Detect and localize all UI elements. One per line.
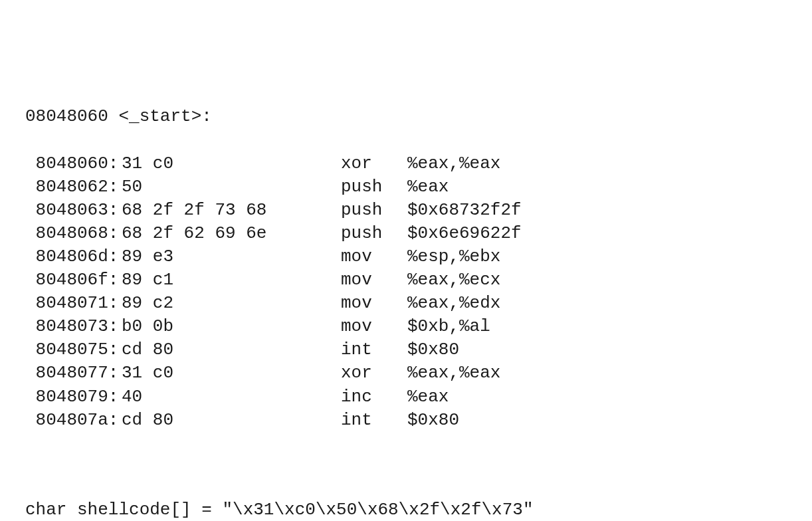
- address: 8048063:: [25, 199, 122, 222]
- shellcode-declaration: char shellcode[] = "\x31\xc0\x50\x68\x2f…: [25, 498, 812, 521]
- operands: %eax,%edx: [407, 292, 500, 315]
- address: 8048068:: [25, 222, 122, 245]
- mnemonic: xor: [341, 362, 407, 385]
- operands: %eax,%ecx: [407, 268, 500, 292]
- address: 804806d:: [25, 245, 122, 268]
- disassembly-row: 804807a: cd 80int$0x80: [25, 409, 812, 432]
- mnemonic: int: [341, 338, 407, 362]
- operands: $0xb,%al: [407, 315, 490, 338]
- hex-bytes: 31 c0: [122, 362, 341, 385]
- operands: $0x68732f2f: [407, 199, 522, 222]
- hex-bytes: b0 0b: [122, 315, 341, 338]
- disassembly-row: 8048062: 50push%eax: [25, 175, 812, 199]
- shellcode-decl-text: char shellcode[] =: [25, 500, 222, 520]
- hex-bytes: 89 e3: [122, 245, 341, 268]
- address: 8048073:: [25, 315, 122, 338]
- mnemonic: inc: [341, 385, 407, 409]
- disassembly-row: 804806f: 89 c1mov%eax,%ecx: [25, 268, 812, 292]
- disassembly-row: 8048073: b0 0bmov$0xb,%al: [25, 315, 812, 338]
- hex-bytes: 68 2f 2f 73 68: [122, 199, 341, 222]
- mnemonic: xor: [341, 152, 407, 175]
- operands: %esp,%ebx: [407, 245, 500, 268]
- operands: $0x6e69622f: [407, 222, 522, 245]
- hex-bytes: 31 c0: [122, 152, 341, 175]
- hex-bytes: cd 80: [122, 409, 341, 432]
- address: 8048077:: [25, 362, 122, 385]
- disassembly-row: 8048063: 68 2f 2f 73 68push$0x68732f2f: [25, 199, 812, 222]
- disassembly-row: 804806d: 89 e3mov%esp,%ebx: [25, 245, 812, 268]
- address: 8048060:: [25, 152, 122, 175]
- mnemonic: int: [341, 409, 407, 432]
- disassembly-listing: 8048060: 31 c0xor%eax,%eax 8048062: 50pu…: [25, 152, 812, 432]
- disassembly-row: 8048075: cd 80int$0x80: [25, 338, 812, 362]
- operands: %eax,%eax: [407, 152, 500, 175]
- mnemonic: push: [341, 175, 407, 199]
- disassembly-row: 8048060: 31 c0xor%eax,%eax: [25, 152, 812, 175]
- operands: $0x80: [407, 338, 459, 362]
- hex-bytes: 89 c1: [122, 268, 341, 292]
- shellcode-string-1: "\x31\xc0\x50\x68\x2f\x2f\x73": [222, 500, 533, 520]
- disassembly-row: 8048068: 68 2f 62 69 6epush$0x6e69622f: [25, 222, 812, 245]
- disassembly-row: 8048071: 89 c2mov%eax,%edx: [25, 292, 812, 315]
- address: 804806f:: [25, 268, 122, 292]
- mnemonic: mov: [341, 292, 407, 315]
- mnemonic: mov: [341, 315, 407, 338]
- mnemonic: mov: [341, 268, 407, 292]
- hex-bytes: cd 80: [122, 338, 341, 362]
- disassembly-header: 08048060 <_start>:: [25, 105, 812, 128]
- mnemonic: push: [341, 222, 407, 245]
- operands: $0x80: [407, 409, 459, 432]
- hex-bytes: 68 2f 62 69 6e: [122, 222, 341, 245]
- hex-bytes: 50: [122, 175, 341, 199]
- address: 804807a:: [25, 409, 122, 432]
- operands: %eax: [407, 385, 449, 409]
- operands: %eax,%eax: [407, 362, 500, 385]
- mnemonic: push: [341, 199, 407, 222]
- operands: %eax: [407, 175, 449, 199]
- address: 8048075:: [25, 338, 122, 362]
- disassembly-row: 8048077: 31 c0xor%eax,%eax: [25, 362, 812, 385]
- hex-bytes: 89 c2: [122, 292, 341, 315]
- hex-bytes: 40: [122, 385, 341, 409]
- mnemonic: mov: [341, 245, 407, 268]
- address: 8048071:: [25, 292, 122, 315]
- address: 8048062:: [25, 175, 122, 199]
- address: 8048079:: [25, 385, 122, 409]
- disassembly-row: 8048079: 40inc%eax: [25, 385, 812, 409]
